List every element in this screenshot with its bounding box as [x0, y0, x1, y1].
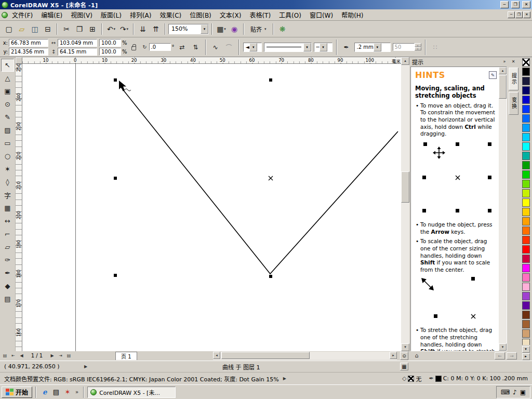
menu-item-file[interactable]: 文件(F)	[8, 9, 37, 21]
lock-ratio-button[interactable]	[128, 42, 140, 53]
freehand-tool[interactable]: ✎	[1, 111, 14, 124]
x-position-field[interactable]: 66.783 mm	[9, 39, 48, 47]
add-page-icon[interactable]: ▤	[65, 352, 73, 360]
spin-up-icon[interactable]: ▴	[415, 43, 421, 47]
color-swatch[interactable]	[522, 105, 530, 113]
outline-pen-tool[interactable]: ✒	[1, 267, 14, 280]
shape-tool[interactable]: △	[1, 72, 14, 85]
hints-scroll-down-button[interactable]: ▾	[499, 343, 507, 351]
color-swatch[interactable]	[522, 292, 530, 300]
scroll-down-button[interactable]: ▾	[401, 343, 409, 351]
color-swatch[interactable]	[522, 170, 530, 179]
color-swatch[interactable]	[522, 329, 530, 338]
handle-top-middle[interactable]	[269, 78, 272, 82]
restore-button[interactable]: ❐	[511, 1, 520, 8]
color-swatch[interactable]	[522, 311, 530, 319]
save-button[interactable]: ◫	[29, 23, 41, 35]
menu-item-edit[interactable]: 编辑(E)	[37, 9, 66, 21]
previous-page-button[interactable]: ◀	[18, 352, 25, 360]
outline-pen-button[interactable]: ✒	[341, 42, 352, 53]
menu-item-text[interactable]: 文本(X)	[216, 9, 246, 21]
arrowhead-end-dropdown[interactable]: ─ ▾	[314, 43, 332, 52]
handle-top-left[interactable]	[114, 78, 117, 82]
eyedropper-tool[interactable]: ✑	[1, 254, 14, 267]
connector-tool[interactable]: ⌐	[1, 228, 14, 241]
color-swatch[interactable]	[522, 273, 530, 282]
application-launcher-button[interactable]: ▦▾	[215, 23, 228, 35]
mirror-horizontal-button[interactable]: ⇄	[177, 42, 188, 53]
text-tool[interactable]: 字	[1, 189, 14, 202]
page-menu-icon[interactable]: ▤	[1, 352, 9, 360]
spinner-arrows[interactable]: ▴ ▾	[415, 43, 421, 51]
vertical-scroll-thumb[interactable]	[401, 171, 409, 203]
print-button[interactable]: ⊟	[42, 23, 54, 35]
menu-item-effects[interactable]: 效果(C)	[155, 9, 185, 21]
last-page-button[interactable]: ⇥	[57, 352, 64, 360]
color-swatch[interactable]	[522, 68, 530, 76]
handle-bottom-middle[interactable]	[269, 275, 272, 278]
import-button[interactable]: ⇊	[137, 23, 149, 35]
basic-shapes-tool[interactable]: ◊	[1, 176, 14, 189]
ruler-origin-button[interactable]	[16, 57, 22, 64]
dropdown-arrow-icon[interactable]: ▾	[374, 43, 381, 51]
handle-bottom-left[interactable]	[114, 274, 117, 277]
doc-close-button[interactable]: ✕	[523, 11, 530, 18]
line-style-dropdown[interactable]: ▾	[264, 43, 312, 52]
menu-item-bitmaps[interactable]: 位图(B)	[185, 9, 216, 21]
hints-scroll-track[interactable]	[499, 74, 507, 343]
color-swatch[interactable]	[522, 208, 530, 216]
notepad-icon[interactable]: ✎	[489, 71, 497, 79]
wrap-text-button[interactable]: ∷	[430, 42, 441, 53]
corel-connect-button[interactable]: ◉	[228, 23, 241, 35]
horizontal-scrollbar[interactable]: ◂ ▸	[213, 352, 397, 360]
zoom-tool[interactable]: ⊙	[1, 98, 14, 111]
docker-expand-button[interactable]: »	[501, 59, 508, 65]
color-swatch[interactable]	[522, 217, 530, 225]
convert-to-curves-button[interactable]: ∿	[210, 42, 221, 53]
export-button[interactable]: ⇈	[150, 23, 162, 35]
color-swatch[interactable]	[522, 189, 530, 197]
y-position-field[interactable]: 214.356 mm	[9, 48, 48, 56]
object-width-field[interactable]: 103.049 mm	[58, 39, 97, 47]
doc-restore-button[interactable]: ❐	[515, 11, 523, 18]
blend-tool[interactable]: ▱	[1, 241, 14, 254]
dropdown-arrow-icon[interactable]: ▾	[249, 43, 257, 51]
menu-item-table[interactable]: 表格(T)	[245, 9, 275, 21]
menu-item-layout[interactable]: 版面(L)	[97, 9, 126, 21]
vertical-ruler[interactable]: 250240230220210200190180170160	[16, 64, 22, 351]
color-swatch[interactable]	[522, 264, 530, 272]
color-swatch[interactable]	[522, 161, 530, 169]
arrowhead-start-dropdown[interactable]: ◄ ▾	[243, 43, 262, 52]
color-swatch[interactable]	[522, 198, 530, 207]
color-swatch[interactable]	[522, 283, 530, 291]
page-tab[interactable]: 页 1	[115, 352, 137, 360]
options-button[interactable]: ❋	[276, 23, 289, 35]
color-swatch[interactable]	[522, 320, 530, 328]
scale-x-field[interactable]: 100.0	[99, 39, 121, 47]
hints-scroll-up-button[interactable]: ▴	[499, 67, 507, 74]
color-swatch[interactable]	[522, 245, 530, 254]
hints-back-button[interactable]: ←	[495, 352, 505, 360]
snap-to-combo[interactable]: 贴齐▾	[247, 23, 270, 35]
pick-tool[interactable]: ↖	[1, 59, 14, 72]
start-button[interactable]: 开始	[2, 387, 32, 398]
color-swatch[interactable]	[522, 227, 530, 235]
smart-fill-tool[interactable]: ▨	[1, 124, 14, 137]
menu-item-view[interactable]: 视图(V)	[66, 9, 97, 21]
color-swatch[interactable]	[522, 301, 530, 310]
internet-explorer-icon[interactable]: e	[39, 387, 50, 397]
zoom-level-combo[interactable]: 150%▾	[168, 24, 209, 34]
menu-item-help[interactable]: 帮助(H)	[337, 9, 367, 21]
close-button[interactable]: ✕	[522, 1, 530, 8]
input-method-icon[interactable]: ⌨	[501, 389, 510, 395]
rotation-angle-field[interactable]: .0	[149, 43, 171, 51]
color-swatch[interactable]	[522, 255, 530, 263]
redo-button[interactable]: ↷▾	[118, 23, 130, 35]
selection-center-marker[interactable]	[269, 176, 273, 180]
docker-close-button[interactable]: ✕	[510, 59, 517, 65]
object-height-field[interactable]: 64.15 mm	[58, 48, 97, 56]
show-desktop-icon[interactable]: ▤	[51, 387, 61, 397]
horizontal-scroll-track[interactable]	[220, 352, 390, 360]
hints-scroll-thumb[interactable]	[499, 75, 507, 99]
hints-home-button[interactable]: ⌂	[412, 352, 421, 360]
